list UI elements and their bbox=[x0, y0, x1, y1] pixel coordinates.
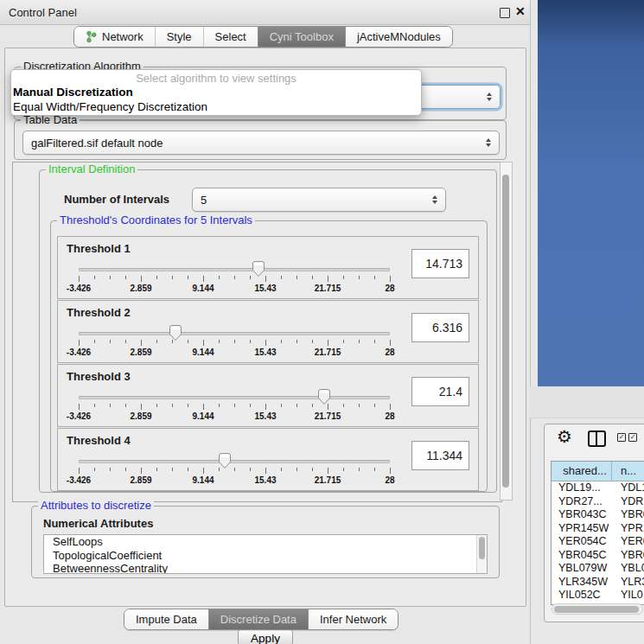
cell-name[interactable]: YLR3 bbox=[612, 576, 644, 590]
cell-name[interactable]: YBL0 bbox=[612, 562, 644, 576]
cell-shared-name[interactable]: YDR27... bbox=[552, 495, 612, 509]
cell-name[interactable]: YBR0 bbox=[612, 508, 644, 522]
apply-button[interactable]: Apply bbox=[238, 628, 293, 644]
cell-shared-name[interactable]: YLR345W bbox=[552, 576, 612, 590]
scrollbar-thumb[interactable] bbox=[479, 537, 485, 559]
close-icon[interactable]: ✕ bbox=[515, 4, 526, 18]
attributes-list-scrollbar[interactable] bbox=[476, 535, 487, 573]
scrollbar-thumb[interactable] bbox=[502, 175, 509, 488]
gear-icon[interactable]: ⚙ bbox=[557, 426, 572, 447]
slider-tick bbox=[359, 276, 360, 279]
cell-shared-name[interactable]: YIL052C bbox=[552, 589, 612, 603]
interval-vertical-scrollbar[interactable] bbox=[500, 162, 513, 501]
slider-tick bbox=[250, 340, 251, 343]
slider-tick-label: 9.144 bbox=[192, 411, 214, 421]
cell-shared-name[interactable]: YBR043C bbox=[552, 508, 612, 522]
slider-tick-label: 2.859 bbox=[130, 475, 151, 485]
numerical-attributes-label: Numerical Attributes bbox=[43, 517, 153, 530]
tab-cyni-toolbox[interactable]: Cyni Toolbox bbox=[258, 27, 345, 47]
cell-name[interactable]: YBR0 bbox=[612, 549, 644, 563]
tab-select[interactable]: Select bbox=[203, 27, 258, 47]
cell-shared-name[interactable]: YDL19... bbox=[552, 481, 612, 495]
table-row[interactable]: YLR345WYLR3 bbox=[552, 576, 644, 590]
checkbox-icon[interactable]: ✓ bbox=[628, 433, 637, 442]
split-columns-icon[interactable] bbox=[588, 430, 606, 447]
number-of-intervals-combobox[interactable]: 5 bbox=[192, 188, 446, 212]
threshold-value-field[interactable]: 14.713 bbox=[411, 249, 469, 278]
table-row[interactable]: YDL19...YDL1 bbox=[552, 481, 644, 495]
attribute-item-selfloops[interactable]: SelfLoops bbox=[44, 535, 487, 549]
cell-name[interactable]: YIL0 bbox=[612, 589, 644, 603]
tab-jactivemnodules[interactable]: jActiveMNodules bbox=[345, 27, 452, 47]
threshold-value-field[interactable]: 21.4 bbox=[411, 377, 469, 406]
numerical-attributes-list[interactable]: SelfLoopsTopologicalCoefficientBetweenne… bbox=[43, 534, 488, 574]
table-row[interactable]: YPR145WYPR1 bbox=[552, 522, 644, 536]
table-row[interactable]: YBR043CYBR0 bbox=[552, 508, 644, 522]
slider-track[interactable] bbox=[79, 396, 390, 399]
slider-tick bbox=[141, 340, 142, 346]
cell-shared-name[interactable]: YER054C bbox=[552, 535, 612, 549]
slider-track[interactable] bbox=[79, 268, 390, 271]
table-row[interactable]: YER054CYER0 bbox=[552, 535, 644, 549]
tab-style[interactable]: Style bbox=[155, 27, 203, 47]
table-row[interactable]: YDR27...YDR2 bbox=[552, 495, 644, 509]
cell-shared-name[interactable]: YBL079W bbox=[552, 562, 612, 576]
slider-tick bbox=[234, 468, 235, 471]
slider-handle[interactable] bbox=[252, 260, 265, 280]
slider-tick bbox=[219, 340, 220, 343]
threshold-value-field[interactable]: 6.316 bbox=[411, 313, 469, 342]
cell-name[interactable]: YPR1 bbox=[612, 522, 644, 536]
slider-tick-label: 15.43 bbox=[254, 475, 276, 485]
table-row[interactable]: YBR045CYBR0 bbox=[552, 549, 644, 563]
table-horizontal-scrollbar[interactable] bbox=[552, 603, 643, 615]
checkbox-icon[interactable]: ✓ bbox=[617, 433, 626, 442]
cell-shared-name[interactable]: YBR045C bbox=[552, 549, 612, 563]
table-data-combobox[interactable]: galFiltered.sif default node bbox=[22, 131, 500, 155]
algorithm-option-equal-width-frequency-discretization[interactable]: Equal Width/Frequency Discretization bbox=[11, 100, 421, 115]
slider-tick-label: -3.426 bbox=[67, 411, 91, 421]
column-header-shared-name[interactable]: shared... bbox=[552, 462, 612, 481]
table-row[interactable]: YIL052CYIL0 bbox=[552, 589, 644, 603]
cell-shared-name[interactable]: YPR145W bbox=[552, 522, 612, 536]
attribute-item-betweennesscentrality[interactable]: BetweennessCentrality bbox=[44, 562, 487, 574]
slider-tick bbox=[281, 468, 282, 471]
slider-tick bbox=[296, 468, 297, 471]
slider-tick-label: 21.715 bbox=[315, 475, 341, 485]
table-row[interactable]: YBL079WYBL0 bbox=[552, 562, 644, 576]
threshold-label: Threshold 1 bbox=[67, 242, 131, 255]
slider-tick bbox=[156, 340, 157, 343]
slider-tick bbox=[265, 276, 266, 282]
tab-impute-data[interactable]: Impute Data bbox=[124, 609, 208, 629]
table-panel: ⚙ ✓ ✓ shared... n... YDL19...YDL1YDR27..… bbox=[544, 424, 644, 622]
combo-stepper-icon bbox=[482, 92, 500, 101]
cell-name[interactable]: YDL1 bbox=[612, 481, 644, 495]
slider-track[interactable] bbox=[79, 332, 390, 335]
column-header-name[interactable]: n... bbox=[612, 462, 644, 481]
slider-track[interactable] bbox=[79, 460, 390, 463]
slider-tick bbox=[265, 340, 266, 346]
combo-stepper-icon bbox=[428, 195, 445, 204]
float-window-icon[interactable] bbox=[500, 8, 510, 18]
tab-discretize-data[interactable]: Discretize Data bbox=[208, 609, 308, 629]
slider-tick-label: 15.43 bbox=[254, 411, 276, 421]
attribute-item-topologicalcoefficient[interactable]: TopologicalCoefficient bbox=[44, 549, 487, 563]
tab-network[interactable]: Network bbox=[74, 27, 155, 47]
threshold-value-field[interactable]: 11.344 bbox=[411, 441, 469, 470]
slider-tick bbox=[172, 468, 173, 471]
control-panel-window: Control Panel ✕ NetworkStyleSelectCyni T… bbox=[0, 0, 531, 644]
tab-infer-network[interactable]: Infer Network bbox=[308, 609, 398, 629]
slider-tick-label: 28 bbox=[385, 411, 394, 421]
tab-label: Network bbox=[102, 30, 143, 43]
slider-tick-label: 9.144 bbox=[192, 348, 214, 357]
cell-name[interactable]: YER0 bbox=[612, 535, 644, 549]
algorithm-option-manual-discretization[interactable]: Manual Discretization bbox=[11, 86, 421, 100]
slider-handle[interactable] bbox=[317, 388, 331, 408]
slider-tick bbox=[219, 276, 220, 279]
scrollbar-thumb[interactable] bbox=[554, 606, 639, 613]
slider-tick bbox=[328, 276, 328, 282]
slider-tick bbox=[94, 276, 95, 279]
slider-tick-label: 21.715 bbox=[315, 348, 341, 357]
cell-name[interactable]: YDR2 bbox=[612, 495, 644, 509]
slider-handle[interactable] bbox=[169, 324, 182, 344]
slider-handle[interactable] bbox=[218, 452, 232, 472]
